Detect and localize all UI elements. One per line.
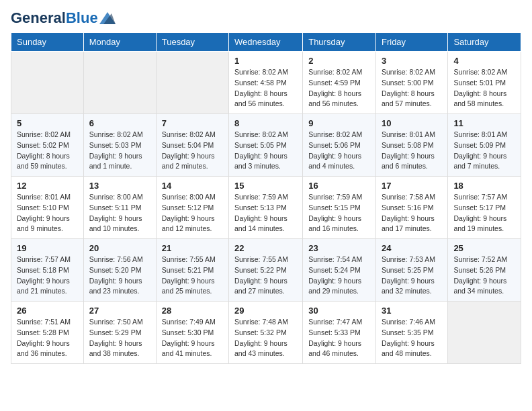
day-number: 28 <box>162 306 223 316</box>
calendar-week-row: 19Sunrise: 7:57 AMSunset: 5:18 PMDayligh… <box>11 239 521 302</box>
day-number: 4 <box>453 56 515 66</box>
weekday-header: Friday <box>375 33 447 52</box>
calendar-cell: 31Sunrise: 7:46 AMSunset: 5:35 PMDayligh… <box>375 302 447 364</box>
day-info: Sunrise: 8:02 AMSunset: 4:58 PMDaylight:… <box>234 67 297 109</box>
calendar-cell: 29Sunrise: 7:48 AMSunset: 5:32 PMDayligh… <box>229 302 303 364</box>
day-number: 30 <box>308 306 370 316</box>
day-info: Sunrise: 8:00 AMSunset: 5:12 PMDaylight:… <box>162 192 223 234</box>
logo: GeneralBlue <box>11 11 116 26</box>
day-number: 20 <box>89 243 150 253</box>
calendar-cell <box>83 52 156 114</box>
day-info: Sunrise: 7:55 AMSunset: 5:21 PMDaylight:… <box>162 255 223 297</box>
calendar-cell: 21Sunrise: 7:55 AMSunset: 5:21 PMDayligh… <box>156 239 228 302</box>
page-header: GeneralBlue <box>11 11 521 26</box>
calendar-cell: 1Sunrise: 8:02 AMSunset: 4:58 PMDaylight… <box>229 52 303 114</box>
day-info: Sunrise: 7:51 AMSunset: 5:28 PMDaylight:… <box>17 317 78 359</box>
day-info: Sunrise: 7:57 AMSunset: 5:17 PMDaylight:… <box>453 192 515 234</box>
day-number: 13 <box>89 181 150 191</box>
calendar-cell: 7Sunrise: 8:02 AMSunset: 5:04 PMDaylight… <box>156 114 228 177</box>
weekday-header: Monday <box>83 33 156 52</box>
day-number: 23 <box>308 243 370 253</box>
day-info: Sunrise: 8:02 AMSunset: 5:05 PMDaylight:… <box>234 130 297 172</box>
day-number: 2 <box>308 56 370 66</box>
calendar-cell: 14Sunrise: 8:00 AMSunset: 5:12 PMDayligh… <box>156 177 228 239</box>
calendar-cell: 19Sunrise: 7:57 AMSunset: 5:18 PMDayligh… <box>11 239 84 302</box>
day-number: 29 <box>234 306 297 316</box>
calendar-cell: 26Sunrise: 7:51 AMSunset: 5:28 PMDayligh… <box>11 302 84 364</box>
weekday-header: Wednesday <box>229 33 303 52</box>
calendar-cell: 2Sunrise: 8:02 AMSunset: 4:59 PMDaylight… <box>303 52 376 114</box>
day-info: Sunrise: 7:58 AMSunset: 5:16 PMDaylight:… <box>382 192 442 234</box>
calendar-cell: 5Sunrise: 8:02 AMSunset: 5:02 PMDaylight… <box>11 114 84 177</box>
day-info: Sunrise: 8:02 AMSunset: 4:59 PMDaylight:… <box>308 67 370 109</box>
day-info: Sunrise: 7:55 AMSunset: 5:22 PMDaylight:… <box>234 255 297 297</box>
calendar-header-row: SundayMondayTuesdayWednesdayThursdayFrid… <box>11 33 521 52</box>
day-number: 14 <box>162 181 223 191</box>
calendar-cell: 11Sunrise: 8:01 AMSunset: 5:09 PMDayligh… <box>448 114 521 177</box>
day-number: 22 <box>234 243 297 253</box>
day-number: 12 <box>17 181 78 191</box>
calendar-cell: 28Sunrise: 7:49 AMSunset: 5:30 PMDayligh… <box>156 302 228 364</box>
day-info: Sunrise: 8:02 AMSunset: 5:00 PMDaylight:… <box>382 67 442 109</box>
day-number: 11 <box>453 118 515 128</box>
day-info: Sunrise: 8:01 AMSunset: 5:08 PMDaylight:… <box>382 130 442 172</box>
weekday-header: Thursday <box>303 33 376 52</box>
calendar-week-row: 1Sunrise: 8:02 AMSunset: 4:58 PMDaylight… <box>11 52 521 114</box>
day-number: 5 <box>17 118 78 128</box>
calendar-cell: 22Sunrise: 7:55 AMSunset: 5:22 PMDayligh… <box>229 239 303 302</box>
day-number: 16 <box>308 181 370 191</box>
calendar-week-row: 5Sunrise: 8:02 AMSunset: 5:02 PMDaylight… <box>11 114 521 177</box>
calendar-cell: 12Sunrise: 8:01 AMSunset: 5:10 PMDayligh… <box>11 177 84 239</box>
weekday-header: Tuesday <box>156 33 228 52</box>
day-number: 27 <box>89 306 150 316</box>
day-info: Sunrise: 7:53 AMSunset: 5:25 PMDaylight:… <box>382 255 442 297</box>
day-info: Sunrise: 7:52 AMSunset: 5:26 PMDaylight:… <box>453 255 515 297</box>
day-number: 17 <box>382 181 442 191</box>
day-number: 21 <box>162 243 223 253</box>
calendar-cell: 9Sunrise: 8:02 AMSunset: 5:06 PMDaylight… <box>303 114 376 177</box>
day-number: 9 <box>308 118 370 128</box>
day-info: Sunrise: 7:49 AMSunset: 5:30 PMDaylight:… <box>162 317 223 359</box>
calendar-cell: 24Sunrise: 7:53 AMSunset: 5:25 PMDayligh… <box>375 239 447 302</box>
day-info: Sunrise: 7:56 AMSunset: 5:20 PMDaylight:… <box>89 255 150 297</box>
calendar-cell: 20Sunrise: 7:56 AMSunset: 5:20 PMDayligh… <box>83 239 156 302</box>
day-number: 19 <box>17 243 78 253</box>
day-info: Sunrise: 8:01 AMSunset: 5:10 PMDaylight:… <box>17 192 78 234</box>
calendar-cell: 18Sunrise: 7:57 AMSunset: 5:17 PMDayligh… <box>448 177 521 239</box>
calendar-cell: 27Sunrise: 7:50 AMSunset: 5:29 PMDayligh… <box>83 302 156 364</box>
calendar-cell <box>11 52 84 114</box>
calendar-cell: 10Sunrise: 8:01 AMSunset: 5:08 PMDayligh… <box>375 114 447 177</box>
calendar-cell: 4Sunrise: 8:02 AMSunset: 5:01 PMDaylight… <box>448 52 521 114</box>
logo-text: GeneralBlue <box>11 11 98 26</box>
day-info: Sunrise: 7:54 AMSunset: 5:24 PMDaylight:… <box>308 255 370 297</box>
calendar-cell: 13Sunrise: 8:00 AMSunset: 5:11 PMDayligh… <box>83 177 156 239</box>
day-info: Sunrise: 8:02 AMSunset: 5:04 PMDaylight:… <box>162 130 223 172</box>
calendar-cell: 6Sunrise: 8:02 AMSunset: 5:03 PMDaylight… <box>83 114 156 177</box>
calendar-cell <box>156 52 228 114</box>
day-number: 25 <box>453 243 515 253</box>
day-info: Sunrise: 7:47 AMSunset: 5:33 PMDaylight:… <box>308 317 370 359</box>
weekday-header: Saturday <box>448 33 521 52</box>
day-number: 6 <box>89 118 150 128</box>
calendar-table: SundayMondayTuesdayWednesdayThursdayFrid… <box>11 32 521 364</box>
day-info: Sunrise: 7:46 AMSunset: 5:35 PMDaylight:… <box>382 317 442 359</box>
calendar-cell: 15Sunrise: 7:59 AMSunset: 5:13 PMDayligh… <box>229 177 303 239</box>
day-number: 24 <box>382 243 442 253</box>
day-number: 7 <box>162 118 223 128</box>
calendar-cell: 8Sunrise: 8:02 AMSunset: 5:05 PMDaylight… <box>229 114 303 177</box>
calendar-cell: 16Sunrise: 7:59 AMSunset: 5:15 PMDayligh… <box>303 177 376 239</box>
day-number: 1 <box>234 56 297 66</box>
day-info: Sunrise: 8:02 AMSunset: 5:03 PMDaylight:… <box>89 130 150 172</box>
day-info: Sunrise: 8:02 AMSunset: 5:06 PMDaylight:… <box>308 130 370 172</box>
day-info: Sunrise: 8:02 AMSunset: 5:02 PMDaylight:… <box>17 130 78 172</box>
day-info: Sunrise: 8:00 AMSunset: 5:11 PMDaylight:… <box>89 192 150 234</box>
day-info: Sunrise: 7:57 AMSunset: 5:18 PMDaylight:… <box>17 255 78 297</box>
calendar-cell: 17Sunrise: 7:58 AMSunset: 5:16 PMDayligh… <box>375 177 447 239</box>
day-info: Sunrise: 8:02 AMSunset: 5:01 PMDaylight:… <box>453 67 515 109</box>
day-info: Sunrise: 7:50 AMSunset: 5:29 PMDaylight:… <box>89 317 150 359</box>
weekday-header: Sunday <box>11 33 84 52</box>
calendar-cell: 3Sunrise: 8:02 AMSunset: 5:00 PMDaylight… <box>375 52 447 114</box>
logo-icon <box>99 12 116 24</box>
calendar-cell <box>448 302 521 364</box>
day-number: 18 <box>453 181 515 191</box>
